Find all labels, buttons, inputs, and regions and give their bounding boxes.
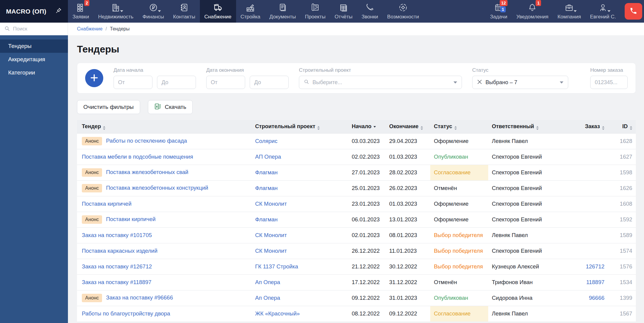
tender-link[interactable]: Поставки кирпичей: [106, 216, 155, 222]
project-link[interactable]: Флагман: [255, 216, 278, 223]
trowel-bricks-icon: [246, 3, 255, 12]
column-header-start[interactable]: Начало: [348, 120, 386, 133]
responsible: Левняк Павел: [488, 133, 569, 149]
table-row[interactable]: Заказ на поставку #118897 Ап Опера 17.12…: [77, 274, 636, 290]
nav-item-zadachi[interactable]: 12 1 Задачи: [485, 0, 512, 23]
nav-item-snabzhenie[interactable]: Снабжение: [200, 0, 236, 23]
project-link[interactable]: Ап Опера: [255, 279, 280, 285]
project-link[interactable]: Флагман: [255, 169, 278, 176]
table-row[interactable]: АнонсПоставки кирпичей Флагман 06.01.202…: [77, 212, 636, 227]
nav-item-user-profile[interactable]: Евгений С.: [585, 0, 620, 23]
sidebar-item-tenders[interactable]: Тендеры: [0, 40, 68, 53]
project-link[interactable]: СК Монолит: [255, 248, 287, 254]
tender-link[interactable]: Заказ на поставку #126712: [82, 263, 152, 270]
nav-item-finansy[interactable]: Финансы: [138, 0, 168, 23]
tender-link[interactable]: Заказ на поставку #96666: [106, 294, 173, 301]
breadcrumb: Снабжение / Тендеры: [68, 23, 644, 35]
column-header-responsible[interactable]: Ответственный: [488, 120, 569, 133]
project-link[interactable]: СК Монолит: [255, 232, 287, 238]
clear-icon[interactable]: [477, 79, 482, 86]
project-link[interactable]: Флагман: [255, 185, 278, 191]
column-header-end[interactable]: Окончание: [386, 120, 430, 133]
status-select[interactable]: Выбрано – 7: [472, 76, 568, 89]
sidebar-item-accreditation[interactable]: Аккредитация: [0, 53, 68, 66]
end-date: 26.02.2023: [386, 180, 430, 196]
pin-icon[interactable]: [55, 7, 62, 15]
clear-filters-button[interactable]: Очистить фильтры: [77, 100, 140, 114]
tasks-grid-icon: 2: [76, 3, 85, 12]
start-date: 02.01.2023: [348, 227, 386, 243]
date-start-to-input[interactable]: [157, 76, 196, 89]
tender-link[interactable]: Работы по благоустройству двора: [82, 310, 170, 317]
breadcrumb-link-supply[interactable]: Снабжение: [77, 26, 103, 32]
nav-item-proekty[interactable]: Проекты: [300, 0, 330, 23]
project-select[interactable]: Выберите...: [299, 76, 462, 89]
project-link[interactable]: СК Монолит: [255, 201, 287, 207]
nav-item-uvedomleniya[interactable]: 1 Уведомления: [512, 0, 553, 23]
table-row[interactable]: АнонсПоставка железобетонных свай Флагма…: [77, 165, 636, 180]
nav-badge: 2: [84, 0, 90, 6]
sidebar-item-categories[interactable]: Категории: [0, 66, 68, 79]
add-tender-button[interactable]: [85, 69, 103, 87]
nav-item-kompaniya[interactable]: Компания: [553, 0, 585, 23]
nav-item-kontakty[interactable]: Контакты: [168, 0, 200, 23]
start-date: 09.12.2022: [348, 290, 386, 306]
row-id: 1608: [608, 196, 636, 212]
nav-item-otchety[interactable]: Отчёты: [330, 0, 357, 23]
table-row[interactable]: Заказ на поставку #101705 СК Монолит 02.…: [77, 227, 636, 243]
order-link[interactable]: 126712: [586, 263, 604, 270]
table-row[interactable]: АнонсПоставка железобетонных конструкций…: [77, 180, 636, 196]
row-id: 1589: [608, 227, 636, 243]
order-number-input[interactable]: [590, 76, 628, 89]
column-header-project[interactable]: Строительный проект: [252, 120, 348, 133]
column-header-tender[interactable]: Тендер: [77, 120, 252, 133]
row-id: 1534: [608, 274, 636, 290]
nav-item-stroyka[interactable]: Стройка: [236, 0, 265, 23]
end-date: 01.03.2023: [386, 149, 430, 165]
nav-item-vozmozhnosti[interactable]: Возможности: [383, 0, 423, 23]
status-label: Опубликован: [434, 295, 468, 301]
nav-item-zayavki[interactable]: 2 Заявки: [68, 0, 94, 23]
table-row[interactable]: Поставка кирпичей СК Монолит 23.01.2023 …: [77, 196, 636, 212]
tender-link[interactable]: Поставка железобетонных свай: [106, 169, 188, 175]
announce-badge: Анонс: [82, 215, 102, 224]
table-row[interactable]: Поставка каркасных изделий СК Монолит 26…: [77, 243, 636, 259]
nav-item-dokumenty[interactable]: Документы: [265, 0, 300, 23]
table-row[interactable]: Заказ на поставку #126712 ГК 1137 Стройк…: [77, 259, 636, 274]
nav-item-zvonki[interactable]: Звонки: [357, 0, 383, 23]
sort-icon: [602, 126, 604, 130]
download-button[interactable]: Скачать: [148, 100, 193, 114]
tender-link[interactable]: Поставка мебели в подсобные помещения: [82, 154, 193, 160]
date-end-from-input[interactable]: [206, 76, 245, 89]
table-row[interactable]: Работы по благоустройству двора ЖК «Крас…: [77, 306, 636, 321]
column-header-id[interactable]: ID: [608, 120, 636, 133]
column-header-status[interactable]: Статус: [430, 120, 488, 133]
table-row[interactable]: АнонсРаботы по остеклению фасада Солярис…: [77, 133, 636, 149]
order-link[interactable]: 96666: [589, 295, 604, 301]
tender-link[interactable]: Заказ на поставку #118897: [82, 279, 152, 285]
table-row[interactable]: Поставка мебели в подсобные помещения АП…: [77, 149, 636, 165]
nav-item-nedvizhimost[interactable]: Недвижимость: [94, 0, 138, 23]
row-id: 1598: [608, 165, 636, 180]
date-end-to-input[interactable]: [250, 76, 289, 89]
tender-link[interactable]: Работы по остеклению фасада: [106, 138, 187, 144]
project-link[interactable]: АП Опера: [255, 154, 281, 160]
tender-link[interactable]: Поставка железобетонных конструкций: [106, 185, 208, 191]
order-link[interactable]: 118897: [586, 279, 604, 285]
sidebar-search-input[interactable]: [13, 26, 63, 32]
column-header-order[interactable]: Заказ: [569, 120, 608, 133]
tender-link[interactable]: Заказ на поставку #101705: [82, 232, 152, 238]
table-row[interactable]: АнонсЗаказ на поставку #96666 Ап Опера 0…: [77, 290, 636, 306]
project-link[interactable]: Ап Опера: [255, 295, 280, 301]
status-cell: Согласование: [430, 306, 488, 321]
project-link[interactable]: Солярис: [255, 138, 277, 144]
tender-link[interactable]: Поставка кирпичей: [82, 201, 131, 207]
end-date: 01.03.2023: [386, 196, 430, 212]
date-start-from-input[interactable]: [114, 76, 152, 89]
project-link[interactable]: ЖК «Красочный»: [255, 310, 300, 317]
tender-link[interactable]: Поставка каркасных изделий: [82, 248, 158, 254]
project-link[interactable]: ГК 1137 Стройка: [255, 263, 298, 270]
row-id: 1628: [608, 133, 636, 149]
call-button[interactable]: [625, 3, 642, 20]
status-cell: Выбор победителя: [430, 227, 488, 243]
